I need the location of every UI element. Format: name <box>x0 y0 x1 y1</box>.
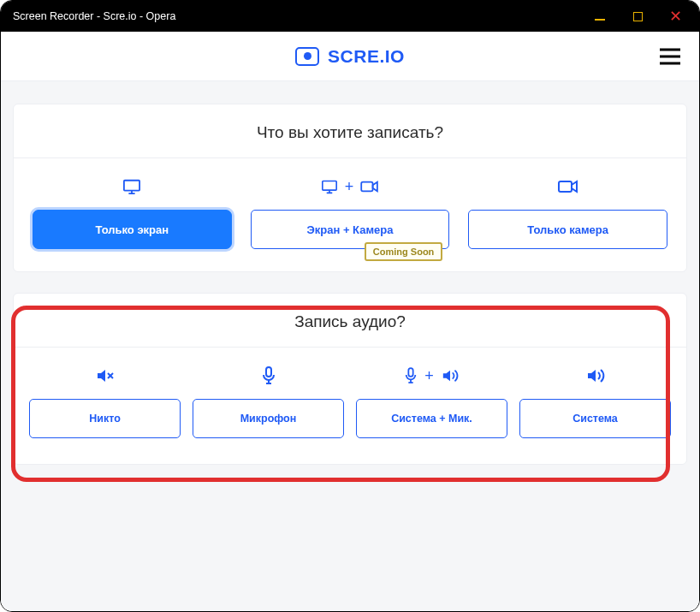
brand-name: SCRE.IO <box>328 46 405 67</box>
audio-system-mic-button[interactable]: Система + Мик. <box>356 399 507 438</box>
camera-icon <box>558 179 578 194</box>
audio-source-title: Запись аудио? <box>14 294 686 348</box>
speaker-icon <box>441 367 460 384</box>
camera-icon <box>295 47 319 66</box>
main-body: Что вы хотите записать? Только экран <box>1 81 699 502</box>
svg-rect-3 <box>323 181 336 190</box>
audio-system-label: Система <box>572 413 618 425</box>
camera-only-label: Только камера <box>527 223 608 236</box>
audio-none-label: Никто <box>89 413 121 425</box>
svg-rect-7 <box>559 181 572 192</box>
screen-camera-label: Экран + Камера <box>307 223 394 236</box>
svg-rect-10 <box>266 367 271 377</box>
screen-only-label: Только экран <box>96 223 169 236</box>
audio-none-button[interactable]: Никто <box>29 399 181 438</box>
record-source-card: Что вы хотите записать? Только экран <box>13 104 687 272</box>
maximize-button[interactable] <box>619 1 656 32</box>
option-screen-only: Только экран <box>33 175 232 249</box>
window-controls: ✕ <box>581 1 694 32</box>
audio-source-options: Никто Микрофон <box>14 348 686 464</box>
option-audio-none: Никто <box>29 365 181 438</box>
audio-mic-label: Микрофон <box>240 413 297 425</box>
content-area: SCRE.IO Что вы хотите записать? <box>1 32 699 611</box>
monitor-icon <box>122 178 141 195</box>
option-audio-mic: Микрофон <box>193 365 344 438</box>
svg-rect-13 <box>409 368 413 377</box>
app-window: Screen Recorder - Scre.io - Opera ✕ SCRE… <box>0 0 700 612</box>
audio-system-button[interactable]: Система <box>519 399 671 438</box>
minimize-button[interactable] <box>581 1 619 32</box>
window-title: Screen Recorder - Scre.io - Opera <box>13 10 175 22</box>
option-screen-camera: + Экран + Камера Coming Soon <box>251 175 450 249</box>
camera-icon <box>360 180 379 193</box>
plus-icon: + <box>424 367 434 385</box>
option-camera-only: Только камера <box>468 175 667 249</box>
brand-logo[interactable]: SCRE.IO <box>295 46 405 67</box>
app-header: SCRE.IO <box>1 32 699 81</box>
titlebar: Screen Recorder - Scre.io - Opera ✕ <box>1 1 699 32</box>
camera-only-button[interactable]: Только камера <box>468 210 667 249</box>
record-source-options: Только экран + <box>14 158 686 271</box>
microphone-icon <box>404 367 418 384</box>
coming-soon-badge: Coming Soon <box>365 242 443 261</box>
close-button[interactable]: ✕ <box>656 1 694 32</box>
microphone-icon <box>261 366 276 385</box>
plus-icon: + <box>345 178 354 196</box>
record-source-title: Что вы хотите записать? <box>14 104 686 158</box>
audio-source-card: Запись аудио? Никто <box>13 293 687 465</box>
speaker-icon <box>585 366 606 385</box>
screen-only-button[interactable]: Только экран <box>33 210 232 249</box>
svg-rect-6 <box>361 182 372 192</box>
option-audio-system-mic: + Система + Мик. <box>356 365 507 438</box>
audio-system-mic-label: Система + Мик. <box>391 413 472 425</box>
hamburger-menu-button[interactable] <box>660 48 680 64</box>
monitor-icon <box>321 179 338 194</box>
speaker-mute-icon <box>95 366 116 385</box>
option-audio-system: Система <box>519 365 671 438</box>
svg-rect-0 <box>124 181 139 191</box>
audio-mic-button[interactable]: Микрофон <box>193 399 344 438</box>
